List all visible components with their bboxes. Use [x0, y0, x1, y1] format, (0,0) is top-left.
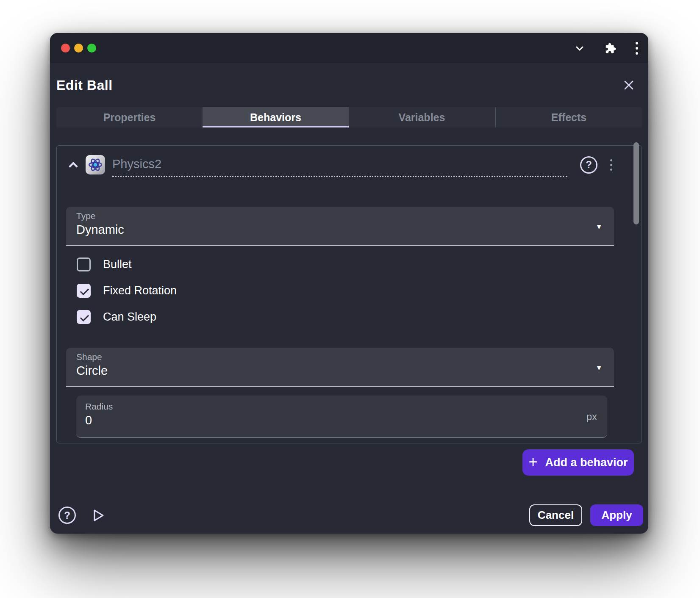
add-behavior-row: + Add a behavior: [50, 449, 634, 476]
behavior-help-icon[interactable]: ?: [580, 156, 597, 174]
checkbox-checked-icon[interactable]: [77, 284, 91, 298]
radius-label: Radius: [85, 401, 607, 412]
behaviors-panel: Physics2 ? Type Dynamic ▼ BulletFixed Ro…: [56, 145, 642, 443]
scrollbar-thumb[interactable]: [633, 142, 639, 224]
type-label: Type: [76, 211, 614, 221]
play-icon[interactable]: [91, 508, 106, 523]
minimize-traffic-light[interactable]: [74, 44, 83, 53]
close-traffic-light[interactable]: [61, 44, 70, 53]
type-dropdown[interactable]: Type Dynamic ▼: [66, 207, 614, 246]
behavior-name: Physics2: [112, 157, 161, 171]
traffic-lights: [61, 44, 96, 53]
screen-background: Edit Ball PropertiesBehaviorsVariablesEf…: [0, 0, 700, 598]
checkbox-label: Can Sleep: [103, 310, 156, 324]
radius-input[interactable]: Radius 0 px: [76, 396, 607, 438]
checkbox-checked-icon[interactable]: [77, 310, 91, 324]
edit-ball-window: Edit Ball PropertiesBehaviorsVariablesEf…: [50, 33, 648, 534]
checkbox-row-fixed-rotation[interactable]: Fixed Rotation: [77, 283, 614, 298]
plus-icon: +: [528, 454, 537, 470]
behavior-header: Physics2 ?: [66, 151, 614, 178]
chevron-down-icon: ▼: [595, 364, 603, 372]
add-behavior-button[interactable]: + Add a behavior: [522, 449, 634, 476]
atom-physics-icon: [86, 155, 105, 174]
collapse-chevron-icon[interactable]: [66, 158, 81, 172]
dialog-footer: ? Cancel Apply: [50, 476, 648, 534]
type-value: Dynamic: [76, 223, 614, 237]
tab-effects[interactable]: Effects: [495, 107, 642, 127]
radius-unit: px: [586, 411, 597, 423]
chevron-down-icon: ▼: [595, 223, 603, 231]
checkbox-row-can-sleep[interactable]: Can Sleep: [77, 310, 614, 324]
checkbox-unchecked-icon[interactable]: [77, 257, 91, 271]
shape-label: Shape: [76, 352, 614, 362]
maximize-traffic-light[interactable]: [87, 44, 96, 53]
checkbox-label: Fixed Rotation: [103, 284, 177, 297]
puzzle-extension-icon[interactable]: [604, 42, 617, 55]
page-title: Edit Ball: [56, 78, 113, 93]
dialog-header: Edit Ball: [50, 63, 648, 107]
behavior-name-field[interactable]: Physics2: [112, 152, 567, 177]
radius-value: 0: [85, 413, 607, 427]
tab-properties[interactable]: Properties: [56, 107, 203, 127]
shape-dropdown[interactable]: Shape Circle ▼: [66, 348, 614, 387]
window-titlebar: [50, 33, 648, 63]
help-icon[interactable]: ?: [58, 507, 76, 524]
checkbox-row-bullet[interactable]: Bullet: [77, 257, 614, 271]
behavior-kebab-menu-icon[interactable]: [608, 158, 614, 172]
apply-button[interactable]: Apply: [590, 504, 643, 526]
checkbox-list: BulletFixed RotationCan Sleep: [77, 257, 614, 324]
tab-bar: PropertiesBehaviorsVariablesEffects: [56, 107, 642, 127]
checkbox-label: Bullet: [103, 258, 132, 271]
tab-variables[interactable]: Variables: [349, 107, 495, 127]
add-behavior-label: Add a behavior: [545, 456, 628, 469]
tab-behaviors[interactable]: Behaviors: [203, 107, 349, 127]
shape-value: Circle: [76, 364, 614, 378]
cancel-button[interactable]: Cancel: [529, 504, 582, 526]
kebab-menu-icon[interactable]: [636, 42, 638, 55]
chevron-down-icon[interactable]: [574, 42, 586, 54]
close-icon[interactable]: [620, 77, 637, 94]
